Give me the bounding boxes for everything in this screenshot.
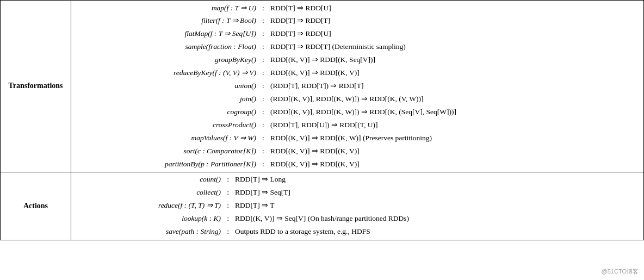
table-row: count():RDD[T] ⇒ Long bbox=[71, 173, 643, 186]
operation-name: join() bbox=[71, 92, 257, 105]
colon-separator: : bbox=[257, 28, 269, 41]
table-row: sample(fraction : Float):RDD[T] ⇒ RDD[T]… bbox=[71, 41, 643, 54]
operation-name: cogroup() bbox=[71, 105, 257, 119]
table-row: filter(f : T ⇒ Bool):RDD[T] ⇒ RDD[T] bbox=[71, 15, 643, 28]
operation-result: RDD[(K, V)] ⇒ RDD[(K, V)] bbox=[269, 158, 643, 171]
operation-name: groupByKey() bbox=[71, 54, 257, 67]
colon-separator: : bbox=[222, 213, 234, 226]
table-row: union():(RDD[T], RDD[T]) ⇒ RDD[T] bbox=[71, 80, 643, 93]
operation-result: RDD[T] ⇒ Long bbox=[234, 173, 643, 186]
colon-separator: : bbox=[257, 2, 269, 15]
table-row: collect():RDD[T] ⇒ Seq[T] bbox=[71, 186, 643, 200]
operation-result: RDD[T] ⇒ RDD[T] (Deterministic sampling) bbox=[269, 41, 643, 54]
operation-result: RDD[T] ⇒ RDD[U] bbox=[269, 28, 643, 41]
colon-separator: : bbox=[257, 80, 269, 93]
table-row: groupByKey():RDD[(K, V)] ⇒ RDD[(K, Seq[V… bbox=[71, 54, 643, 67]
table-row: lookup(k : K):RDD[(K, V)] ⇒ Seq[V] (On h… bbox=[71, 213, 643, 226]
operation-name: sort(c : Comparator[K]) bbox=[71, 145, 257, 158]
operation-result: RDD[(K, V)] ⇒ RDD[(K, V)] bbox=[269, 145, 643, 158]
colon-separator: : bbox=[222, 226, 234, 239]
colon-separator: : bbox=[257, 15, 269, 28]
operation-name: union() bbox=[71, 80, 257, 93]
colon-separator: : bbox=[257, 41, 269, 54]
table-row: join():(RDD[(K, V)], RDD[(K, W)]) ⇒ RDD[… bbox=[71, 92, 643, 105]
table-row: mapValues(f : V ⇒ W):RDD[(K, V)] ⇒ RDD[(… bbox=[71, 132, 643, 145]
operation-result: Outputs RDD to a storage system, e.g., H… bbox=[234, 226, 643, 239]
operations-cell-actions: count():RDD[T] ⇒ Longcollect():RDD[T] ⇒ … bbox=[71, 172, 644, 240]
table-row: reduceByKey(f : (V, V) ⇒ V):RDD[(K, V)] … bbox=[71, 67, 643, 80]
table-row: flatMap(f : T ⇒ Seq[U]):RDD[T] ⇒ RDD[U] bbox=[71, 28, 643, 41]
operations-cell-transformations: map(f : T ⇒ U):RDD[T] ⇒ RDD[U]filter(f :… bbox=[71, 1, 644, 172]
ops-inner-table-transformations: map(f : T ⇒ U):RDD[T] ⇒ RDD[U]filter(f :… bbox=[71, 2, 643, 171]
operation-name: map(f : T ⇒ U) bbox=[71, 2, 257, 15]
colon-separator: : bbox=[257, 132, 269, 145]
colon-separator: : bbox=[257, 145, 269, 158]
section-label-actions: Actions bbox=[1, 172, 71, 240]
rdd-operations-table: Transformationsmap(f : T ⇒ U):RDD[T] ⇒ R… bbox=[0, 0, 644, 240]
operation-result: RDD[(K, V)] ⇒ RDD[(K, Seq[V])] bbox=[269, 54, 643, 67]
watermark: @51CTO博客 bbox=[602, 267, 639, 276]
operation-result: RDD[T] ⇒ Seq[T] bbox=[234, 186, 643, 200]
ops-inner-table-actions: count():RDD[T] ⇒ Longcollect():RDD[T] ⇒ … bbox=[71, 173, 643, 239]
table-row: partitionBy(p : Partitioner[K]):RDD[(K, … bbox=[71, 158, 643, 171]
table-row: map(f : T ⇒ U):RDD[T] ⇒ RDD[U] bbox=[71, 2, 643, 15]
operation-name: reduce(f : (T, T) ⇒ T) bbox=[71, 200, 222, 213]
colon-separator: : bbox=[222, 186, 234, 200]
operation-result: (RDD[(K, V)], RDD[(K, W)]) ⇒ RDD[(K, (V,… bbox=[269, 92, 643, 105]
colon-separator: : bbox=[222, 200, 234, 213]
operation-name: count() bbox=[71, 173, 222, 186]
operation-result: (RDD[T], RDD[T]) ⇒ RDD[T] bbox=[269, 80, 643, 93]
section-label-transformations: Transformations bbox=[1, 1, 71, 172]
colon-separator: : bbox=[257, 54, 269, 67]
colon-separator: : bbox=[257, 92, 269, 105]
table-row: crossProduct():(RDD[T], RDD[U]) ⇒ RDD[(T… bbox=[71, 119, 643, 132]
operation-name: filter(f : T ⇒ Bool) bbox=[71, 15, 257, 28]
colon-separator: : bbox=[257, 119, 269, 132]
table-row: reduce(f : (T, T) ⇒ T):RDD[T] ⇒ T bbox=[71, 200, 643, 213]
colon-separator: : bbox=[257, 158, 269, 171]
colon-separator: : bbox=[257, 105, 269, 119]
operation-result: RDD[(K, V)] ⇒ Seq[V] (On hash/range part… bbox=[234, 213, 643, 226]
operation-result: (RDD[(K, V)], RDD[(K, W)]) ⇒ RDD[(K, (Se… bbox=[269, 105, 643, 119]
table-row: save(path : String):Outputs RDD to a sto… bbox=[71, 226, 643, 239]
table-row: sort(c : Comparator[K]):RDD[(K, V)] ⇒ RD… bbox=[71, 145, 643, 158]
table-row: cogroup():(RDD[(K, V)], RDD[(K, W)]) ⇒ R… bbox=[71, 105, 643, 119]
operation-name: save(path : String) bbox=[71, 226, 222, 239]
operation-result: RDD[T] ⇒ T bbox=[234, 200, 643, 213]
operation-name: partitionBy(p : Partitioner[K]) bbox=[71, 158, 257, 171]
operation-result: (RDD[T], RDD[U]) ⇒ RDD[(T, U)] bbox=[269, 119, 643, 132]
operation-name: flatMap(f : T ⇒ Seq[U]) bbox=[71, 28, 257, 41]
colon-separator: : bbox=[222, 173, 234, 186]
colon-separator: : bbox=[257, 67, 269, 80]
operation-name: crossProduct() bbox=[71, 119, 257, 132]
operation-name: sample(fraction : Float) bbox=[71, 41, 257, 54]
operation-name: mapValues(f : V ⇒ W) bbox=[71, 132, 257, 145]
operation-result: RDD[(K, V)] ⇒ RDD[(K, V)] bbox=[269, 67, 643, 80]
operation-name: lookup(k : K) bbox=[71, 213, 222, 226]
operation-result: RDD[T] ⇒ RDD[U] bbox=[269, 2, 643, 15]
operation-name: collect() bbox=[71, 186, 222, 200]
operation-name: reduceByKey(f : (V, V) ⇒ V) bbox=[71, 67, 257, 80]
operation-result: RDD[(K, V)] ⇒ RDD[(K, W)] (Preserves par… bbox=[269, 132, 643, 145]
operation-result: RDD[T] ⇒ RDD[T] bbox=[269, 15, 643, 28]
